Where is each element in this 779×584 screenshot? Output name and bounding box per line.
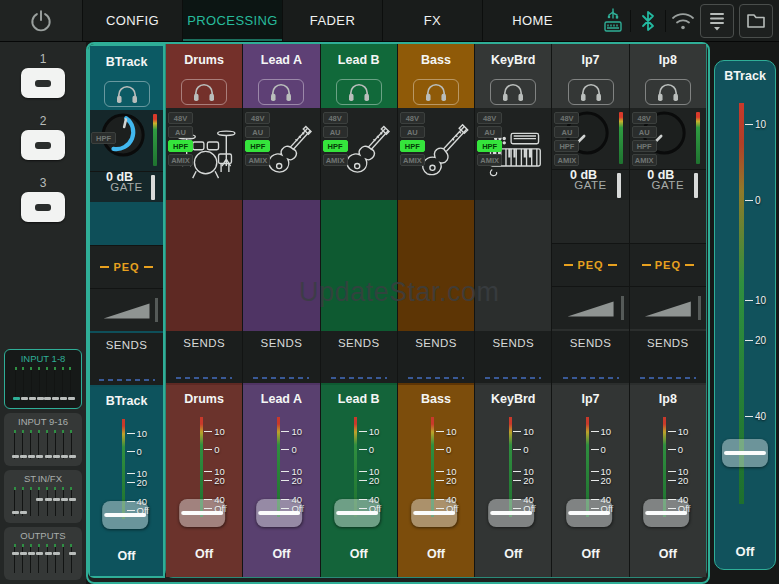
fader-cap[interactable] [488, 499, 534, 527]
sends-button[interactable]: SENDS [243, 331, 319, 383]
channel-name-header[interactable]: Drums [166, 44, 242, 75]
master-fader-cap[interactable] [722, 439, 768, 467]
tab-home[interactable]: HOME [482, 0, 582, 41]
gate-button[interactable]: GATE [90, 171, 163, 202]
fader-cap[interactable] [257, 499, 303, 527]
sends-button[interactable]: SENDS [166, 331, 242, 383]
au-badge[interactable]: AU [554, 126, 579, 138]
tab-processing[interactable]: PROCESSING [182, 0, 282, 41]
amix-badge[interactable]: AMIX [323, 154, 348, 166]
channel-fader[interactable]: 100102040Off [475, 413, 551, 541]
peq-button[interactable]: PEQ [90, 245, 163, 288]
48v-badge[interactable]: 48V [168, 112, 193, 124]
hpf-badge[interactable]: HPF [554, 140, 579, 152]
tab-fx[interactable]: FX [382, 0, 482, 41]
fader-cap[interactable] [179, 499, 225, 527]
peq-button[interactable]: PEQ [552, 243, 628, 286]
channel-name-header[interactable]: KeyBrd [475, 44, 551, 75]
48v-badge[interactable]: 48V [245, 112, 270, 124]
hpf-badge[interactable]: HPF [245, 140, 270, 152]
hpf-badge[interactable]: HPF [168, 140, 193, 152]
48v-badge[interactable]: 48V [554, 112, 579, 124]
hpf-badge[interactable]: HPF [477, 140, 502, 152]
amix-badge[interactable]: AMIX [477, 154, 502, 166]
compressor-button[interactable] [90, 288, 163, 331]
layers-menu-button[interactable] [700, 4, 734, 38]
compressor-button[interactable] [552, 286, 628, 329]
solo-headphones-button[interactable] [413, 79, 459, 105]
scene-button-2[interactable] [21, 130, 65, 160]
hpf-badge[interactable]: HPF [323, 140, 348, 152]
sends-button[interactable]: SENDS [90, 333, 163, 385]
scene-button-1[interactable] [21, 68, 65, 98]
sends-button[interactable]: SENDS [398, 331, 474, 383]
compressor-meter [698, 296, 701, 320]
sends-button[interactable]: SENDS [552, 331, 628, 383]
channel-fader[interactable]: 100102040Off [630, 413, 706, 541]
solo-headphones-button[interactable] [181, 79, 227, 105]
channel-name-header[interactable]: BTrack [90, 46, 163, 77]
fader-cap[interactable] [411, 499, 457, 527]
gate-button[interactable]: GATE [630, 169, 706, 200]
sends-button[interactable]: SENDS [630, 331, 706, 383]
amix-badge[interactable]: AMIX [245, 154, 270, 166]
gate-button[interactable]: GATE [552, 169, 628, 200]
channel-fader[interactable]: 100102040Off [552, 413, 628, 541]
channel-fader[interactable]: 100102040Off [398, 413, 474, 541]
bank-button-input-9-16[interactable]: INPUT 9-16 [4, 413, 82, 466]
solo-headphones-button[interactable] [336, 79, 382, 105]
folder-button[interactable] [739, 4, 773, 38]
channel-fader[interactable]: 100102040Off [90, 415, 163, 543]
tab-config[interactable]: CONFIG [82, 0, 182, 41]
au-badge[interactable]: AU [632, 126, 657, 138]
solo-headphones-button[interactable] [104, 81, 150, 107]
scene-button-3[interactable] [21, 192, 65, 222]
48v-badge[interactable]: 48V [632, 112, 657, 124]
mini-fader [36, 544, 41, 573]
fader-cap[interactable] [102, 501, 148, 529]
amix-badge[interactable]: AMIX [168, 154, 193, 166]
hpf-badge[interactable]: HPF [400, 140, 425, 152]
bank-button-st-in-fx[interactable]: ST.IN/FX [4, 470, 82, 523]
sends-button[interactable]: SENDS [321, 331, 397, 383]
48v-badge[interactable]: 48V [477, 112, 502, 124]
hpf-badge[interactable]: HPF [632, 140, 657, 152]
power-button[interactable] [0, 0, 82, 41]
channel-fader[interactable]: 100102040Off [243, 413, 319, 541]
channel-name-header[interactable]: Lead A [243, 44, 319, 75]
sends-section: SENDS [398, 329, 474, 385]
amix-badge[interactable]: AMIX [632, 154, 657, 166]
48v-badge[interactable]: 48V [323, 112, 348, 124]
hpf-badge[interactable]: HPF [91, 132, 116, 144]
fader-cap[interactable] [643, 499, 689, 527]
channel-name-header[interactable]: Bass [398, 44, 474, 75]
scene-1: 1 [21, 52, 65, 98]
channel-name-header[interactable]: Ip8 [630, 44, 706, 75]
solo-headphones-button[interactable] [258, 79, 304, 105]
channel-name-header[interactable]: Lead B [321, 44, 397, 75]
peq-button[interactable]: PEQ [630, 243, 706, 286]
fader-cap[interactable] [334, 499, 380, 527]
au-badge[interactable]: AU [400, 126, 425, 138]
fader-cap[interactable] [566, 499, 612, 527]
solo-headphones-button[interactable] [490, 79, 536, 105]
channel-name-header[interactable]: Ip7 [552, 44, 628, 75]
au-badge[interactable]: AU [477, 126, 502, 138]
au-badge[interactable]: AU [168, 126, 193, 138]
scene-button-slot [35, 204, 51, 211]
solo-headphones-button[interactable] [645, 79, 691, 105]
bank-button-input-1-8[interactable]: INPUT 1-8 [4, 349, 82, 409]
tab-fader[interactable]: FADER [282, 0, 382, 41]
amix-badge[interactable]: AMIX [554, 154, 579, 166]
master-fader[interactable]: 100102040 [715, 97, 775, 540]
solo-headphones-button[interactable] [568, 79, 614, 105]
bank-button-outputs[interactable]: OUTPUTS [4, 527, 82, 580]
channel-fader[interactable]: 100102040Off [166, 413, 242, 541]
sends-button[interactable]: SENDS [475, 331, 551, 383]
channel-fader[interactable]: 100102040Off [321, 413, 397, 541]
48v-badge[interactable]: 48V [400, 112, 425, 124]
au-badge[interactable]: AU [245, 126, 270, 138]
compressor-button[interactable] [630, 286, 706, 329]
amix-badge[interactable]: AMIX [400, 154, 425, 166]
au-badge[interactable]: AU [323, 126, 348, 138]
